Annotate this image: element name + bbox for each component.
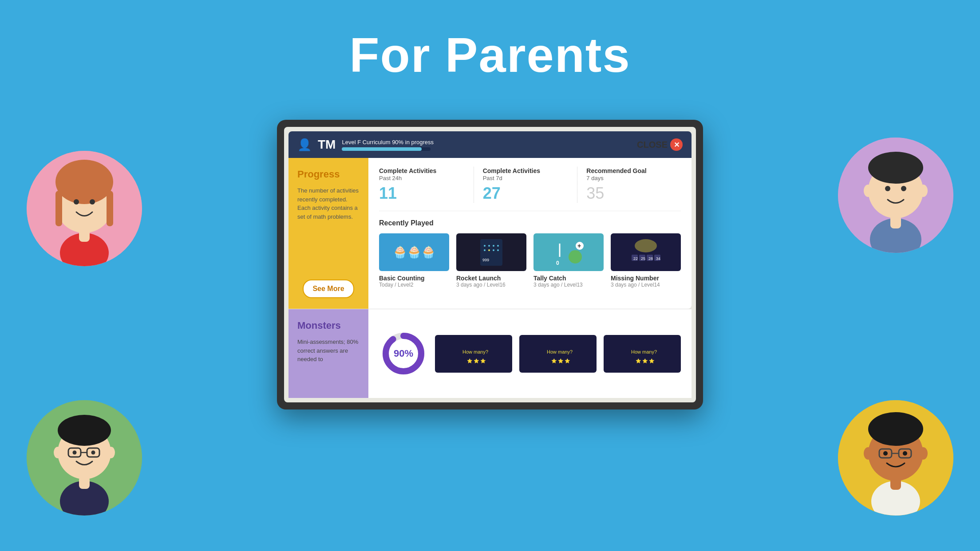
- game-rocket-launch: 999 Rocket Launch 3 days ago / Level16: [456, 233, 526, 288]
- monsters-description: Mini-assessments; 80% correct answers ar…: [297, 338, 360, 364]
- stat-goal: Recommended Goal 7 days 35: [577, 167, 681, 203]
- stat-goal-label: Recommended Goal: [586, 167, 672, 175]
- svg-text:⭐ ⭐ ⭐: ⭐ ⭐ ⭐: [636, 358, 655, 364]
- progress-panel: Progress The number of activities recent…: [288, 158, 692, 309]
- close-button[interactable]: CLOSE ✕: [637, 138, 683, 151]
- progress-container: Level F Curriculum 90% in progress: [342, 139, 434, 151]
- svg-text:28: 28: [648, 256, 653, 261]
- stat-24h-value: 11: [379, 184, 465, 203]
- svg-rect-8: [79, 228, 90, 242]
- progress-label: Level F Curriculum 90% in progress: [342, 139, 434, 146]
- svg-point-14: [885, 186, 890, 191]
- avatar-mom: [27, 151, 142, 266]
- svg-point-12: [864, 185, 873, 197]
- page-title: For Parents: [0, 0, 980, 83]
- svg-point-39: [903, 451, 907, 456]
- close-label: CLOSE: [637, 140, 668, 150]
- stat-7d-sublabel: Past 7d: [483, 175, 569, 181]
- game-tally-catch: + 0 Tally Catch 3 days ago / Level13: [533, 233, 604, 288]
- student-info: 👤 TM Level F Curriculum 90% in progress: [297, 138, 434, 152]
- progress-description: The number of activities recently comple…: [297, 186, 360, 221]
- game-meta-tally-catch: 3 days ago / Level13: [533, 282, 604, 288]
- stat-goal-value: 35: [586, 184, 672, 203]
- stat-goal-sublabel: 7 days: [586, 175, 672, 181]
- svg-point-15: [901, 186, 906, 191]
- games-grid: 🧁🧁🧁 Basic Counting Today / Level2: [379, 233, 681, 288]
- monsters-title: Monsters: [297, 320, 360, 331]
- svg-point-54: [569, 250, 582, 264]
- game-name-basic-counting: Basic Counting: [379, 275, 449, 282]
- progress-sidebar: Progress The number of activities recent…: [288, 158, 368, 309]
- svg-text:How many?: How many?: [462, 349, 488, 354]
- monsters-sidebar: Monsters Mini-assessments; 80% correct a…: [288, 309, 368, 398]
- svg-point-11: [868, 152, 923, 184]
- svg-text:999: 999: [482, 258, 489, 262]
- monsters-panel: Monsters Mini-assessments; 80% correct a…: [288, 309, 692, 398]
- svg-point-26: [73, 451, 77, 455]
- svg-rect-3: [55, 191, 62, 226]
- stat-7d-value: 27: [483, 184, 569, 203]
- student-initials: TM: [318, 138, 336, 152]
- svg-point-45: [493, 245, 494, 247]
- game-missing-number: 22 25 28 34 Missing Numbe: [611, 233, 681, 288]
- svg-point-22: [107, 447, 115, 458]
- svg-point-27: [91, 451, 95, 455]
- laptop-frame: 👤 TM Level F Curriculum 90% in progress …: [277, 120, 703, 409]
- game-thumb-tally-catch: + 0: [533, 233, 604, 271]
- stat-7d: Complete Activities Past 7d 27: [474, 167, 577, 203]
- stat-24h: Complete Activities Past 24h 11: [379, 167, 474, 203]
- stats-row: Complete Activities Past 24h 11 Complete…: [379, 167, 681, 211]
- svg-text:25: 25: [641, 256, 645, 261]
- monsters-donut-chart: 90%: [379, 329, 428, 378]
- svg-point-20: [58, 415, 111, 446]
- svg-text:⭐ ⭐ ⭐: ⭐ ⭐ ⭐: [467, 358, 486, 364]
- svg-point-47: [484, 249, 486, 251]
- game-basic-counting: 🧁🧁🧁 Basic Counting Today / Level2: [379, 233, 449, 288]
- svg-point-5: [74, 199, 79, 205]
- svg-text:34: 34: [656, 256, 660, 261]
- progress-title: Progress: [297, 169, 360, 180]
- svg-point-44: [488, 245, 490, 247]
- stat-24h-label: Complete Activities: [379, 167, 465, 175]
- progress-right-content: Complete Activities Past 24h 11 Complete…: [368, 158, 692, 309]
- monsters-right-content: 90% How many? ⭐ ⭐ ⭐: [368, 309, 692, 398]
- svg-text:How many?: How many?: [547, 349, 573, 354]
- svg-text:0: 0: [556, 260, 559, 266]
- svg-point-6: [90, 199, 95, 205]
- student-icon: 👤: [297, 138, 312, 152]
- monster-thumb-1: How many? ⭐ ⭐ ⭐: [435, 335, 512, 373]
- svg-point-21: [54, 447, 62, 458]
- svg-rect-17: [890, 215, 901, 228]
- see-more-button[interactable]: See More: [303, 279, 354, 298]
- monster-thumb-2: How many? ⭐ ⭐ ⭐: [519, 335, 597, 373]
- game-name-missing-number: Missing Number: [611, 275, 681, 282]
- svg-point-38: [883, 451, 888, 456]
- svg-point-46: [497, 245, 499, 247]
- svg-point-48: [488, 249, 490, 251]
- svg-point-56: [575, 251, 580, 255]
- progress-bar-background: [342, 147, 431, 151]
- monster-thumb-3: How many? ⭐ ⭐ ⭐: [604, 335, 681, 373]
- svg-text:⭐ ⭐ ⭐: ⭐ ⭐ ⭐: [551, 358, 570, 364]
- svg-text:How many?: How many?: [631, 349, 657, 354]
- svg-point-2: [55, 160, 113, 204]
- svg-point-49: [493, 249, 494, 251]
- svg-point-50: [497, 249, 499, 251]
- progress-bar-fill: [342, 147, 422, 151]
- game-meta-missing-number: 3 days ago / Level14: [611, 282, 681, 288]
- game-meta-basic-counting: Today / Level2: [379, 282, 449, 288]
- svg-point-55: [571, 251, 575, 255]
- close-x-icon: ✕: [670, 138, 683, 151]
- svg-rect-29: [79, 476, 90, 489]
- game-meta-rocket-launch: 3 days ago / Level16: [456, 282, 526, 288]
- avatar-girl-glasses: [838, 400, 953, 516]
- game-thumb-missing-number: 22 25 28 34: [611, 233, 681, 271]
- recently-played-label: Recently Played: [379, 219, 681, 227]
- avatar-boy-glasses: [27, 400, 142, 516]
- svg-point-61: [635, 239, 657, 252]
- svg-point-32: [868, 412, 923, 446]
- game-name-rocket-launch: Rocket Launch: [456, 275, 526, 282]
- student-header: 👤 TM Level F Curriculum 90% in progress …: [288, 131, 692, 158]
- svg-rect-41: [890, 477, 901, 490]
- avatar-dad-right: [838, 138, 953, 253]
